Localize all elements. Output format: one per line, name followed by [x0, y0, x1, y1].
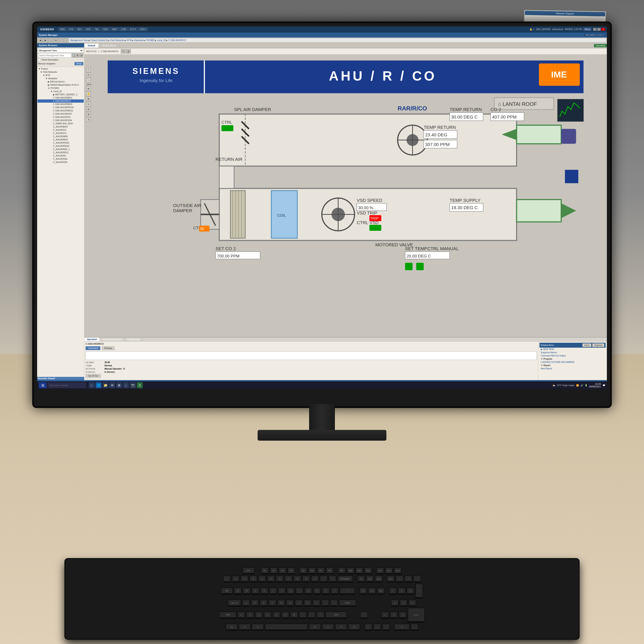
zoom-out-button[interactable]: −: [86, 78, 91, 82]
key-pgdn[interactable]: PgDn: [377, 588, 385, 594]
key-down[interactable]: ↓: [373, 624, 381, 630]
key-s[interactable]: S: [251, 600, 259, 606]
bc-management[interactable]: Management View: [70, 39, 88, 41]
tree-c-oad-boh[interactable]: C OAD AHU/R/BOH: [38, 96, 84, 99]
key-x[interactable]: X: [246, 612, 254, 618]
key-pgup[interactable]: PgUp: [375, 576, 383, 582]
key-3[interactable]: 3: [249, 576, 257, 582]
tree-ikta[interactable]: ▼ IKTA: [38, 74, 84, 77]
key-enter[interactable]: Enter: [339, 600, 356, 606]
key-del[interactable]: Del: [359, 588, 367, 594]
related-looping-damper[interactable]: LOOPING OUTSIDE AIR DAMPER: [539, 361, 606, 364]
zoom-center-button[interactable]: ⊕: [86, 86, 91, 91]
tree-c-oad-ssa[interactable]: C OAD AHU/R/SSA: [38, 119, 84, 122]
nav-button-1[interactable]: ↑: [59, 38, 63, 42]
tree-local-io[interactable]: ▼ Local_IO: [38, 90, 84, 93]
layer-button[interactable]: ≡: [86, 102, 91, 106]
tab-detailed-log[interactable]: Detailed Log: [125, 338, 142, 341]
key-num7[interactable]: 7: [389, 588, 397, 594]
key-1[interactable]: 1: [232, 576, 240, 582]
menu-tab-emg[interactable]: EMG: [58, 27, 67, 31]
tree-c-oad-prod[interactable]: C OAD AHU/R/PROD: [38, 106, 84, 109]
menu-tab-flt4[interactable]: FLT 4: [128, 27, 138, 31]
info-button[interactable]: ℹ: [86, 117, 91, 122]
related-suppress-alarms[interactable]: Suppress Alarms: [539, 351, 606, 354]
key-l[interactable]: L: [313, 600, 320, 606]
key-end[interactable]: End: [368, 588, 376, 594]
key-backtick[interactable]: `: [223, 576, 231, 582]
key-f9[interactable]: F9: [338, 567, 346, 574]
key-scrlk[interactable]: ScrLk: [385, 567, 393, 574]
key-f7[interactable]: F7: [317, 567, 325, 574]
taskbar-icon-camera[interactable]: 📷: [130, 382, 136, 388]
ungroup-button[interactable]: Ungroup: [592, 344, 604, 347]
key-p[interactable]: P: [313, 588, 321, 594]
tree-c-ahu-res-1[interactable]: C_AHU/R/RES_1: [38, 148, 84, 151]
key-semicolon[interactable]: ;: [321, 600, 329, 606]
key-u[interactable]: U: [287, 588, 295, 594]
tab-operation[interactable]: Operation: [84, 338, 100, 341]
tree-daikin[interactable]: ▶ DAIKIN MasterStation III No 4: [38, 83, 84, 86]
key-8[interactable]: 8: [293, 576, 301, 582]
key-z[interactable]: Z: [237, 612, 245, 618]
menu-tab-sup[interactable]: SUP: [84, 27, 93, 31]
search-input[interactable]: [38, 53, 71, 58]
tree-c-oad-co[interactable]: C OAD AHU/R/CO: [38, 99, 84, 103]
key-num1[interactable]: 1: [381, 612, 389, 618]
key-num-plus[interactable]: +: [415, 584, 423, 598]
out-of-svc-button[interactable]: Out Of Svc: [86, 374, 101, 378]
key-i[interactable]: I: [296, 588, 303, 594]
key-backspace[interactable]: Backspace: [337, 576, 353, 582]
key-backslash[interactable]: \: [340, 588, 355, 594]
bc-ikta[interactable]: IKTA: [127, 39, 131, 41]
tab-textual[interactable]: Textual Viewer: [99, 44, 120, 48]
key-t[interactable]: T: [269, 588, 277, 594]
menu-tab-med[interactable]: MED: [110, 27, 119, 31]
key-num3[interactable]: 3: [399, 612, 407, 618]
key-ctrl-right[interactable]: Ctrl: [348, 624, 360, 630]
key-prtsc[interactable]: PrtSc: [376, 567, 384, 574]
key-esc[interactable]: Esc: [243, 567, 255, 574]
key-f1[interactable]: F1: [261, 567, 269, 574]
management-view-dropdown[interactable]: Management View: [38, 48, 83, 53]
menu-tab-tbl[interactable]: TBL: [93, 27, 101, 31]
key-quote[interactable]: ': [330, 600, 338, 606]
key-alt-right[interactable]: Alt: [309, 624, 321, 630]
key-f8[interactable]: F8: [326, 567, 334, 574]
key-num-mul[interactable]: *: [404, 576, 412, 582]
tree-c-oad-res1[interactable]: C OAD AHU/R/RES1: [38, 109, 84, 112]
key-alt-left[interactable]: Alt: [252, 624, 264, 630]
key-win-right[interactable]: ⊞: [322, 624, 334, 630]
key-home[interactable]: Home: [366, 576, 374, 582]
key-minus[interactable]: -: [320, 576, 328, 582]
key-num4[interactable]: 4: [391, 600, 399, 606]
print-icon[interactable]: 🖨: [126, 49, 131, 53]
key-num-dot[interactable]: .: [411, 624, 418, 630]
tree-c-ahu-co2[interactable]: C_AHU/R/CO: [38, 132, 84, 135]
taskbar-icon-browser[interactable]: ○: [89, 382, 95, 388]
tree-c-oad-mhs[interactable]: C OAD AHU/R/MHS: [38, 103, 84, 106]
key-num-enter[interactable]: Enter: [408, 608, 425, 622]
config-button[interactable]: ⚙: [86, 112, 91, 117]
key-f12[interactable]: F12: [364, 567, 372, 574]
key-2[interactable]: 2: [241, 576, 248, 582]
taskbar-icon-store[interactable]: ⊞: [116, 382, 122, 388]
key-o[interactable]: O: [304, 588, 312, 594]
key-h[interactable]: H: [286, 600, 294, 606]
filter-icon[interactable]: ▼: [76, 53, 79, 58]
key-9[interactable]: 9: [302, 576, 310, 582]
taskbar-icon-email[interactable]: ✉: [109, 382, 115, 388]
key-num9[interactable]: 9: [407, 588, 414, 594]
taskbar-icon-app1[interactable]: S: [137, 382, 143, 388]
key-m[interactable]: M: [290, 612, 298, 618]
key-4[interactable]: 4: [258, 576, 266, 582]
pan-button[interactable]: ✋: [86, 91, 91, 96]
show-button[interactable]: Show: [74, 62, 83, 65]
taskbar-icon-folder[interactable]: 📁: [102, 382, 108, 388]
key-7[interactable]: 7: [285, 576, 292, 582]
tree-c-ahu-co1[interactable]: C_AHU/R/CO: [38, 128, 84, 132]
key-win-left[interactable]: ⊞: [239, 624, 251, 630]
key-f6[interactable]: F6: [308, 567, 316, 574]
bc-c-oad-ahu[interactable]: C OAD AHU/R/CO: [168, 39, 186, 41]
menu-tab-sta3[interactable]: STA 3: [138, 27, 148, 31]
